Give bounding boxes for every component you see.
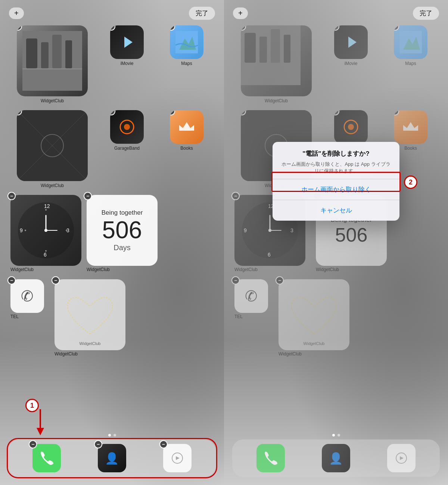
svg-rect-35: [271, 29, 280, 63]
minus-badge-books[interactable]: −: [170, 110, 175, 115]
tel-item[interactable]: − ✆ TEL: [10, 279, 44, 357]
books-icon: −: [170, 110, 203, 144]
svg-rect-1: [26, 38, 37, 68]
cancel-dialog-button[interactable]: キャンセル: [273, 200, 399, 221]
imovie-item[interactable]: − iMovie: [106, 25, 147, 103]
photos-dock-icon: 👤: [98, 444, 126, 472]
right-done-button[interactable]: 完了: [413, 7, 439, 20]
widgetclub2-large-icon: −: [17, 110, 88, 181]
maps-icon: −: [170, 25, 203, 59]
messages-icon-svg: [171, 451, 184, 465]
clock-widget-item[interactable]: − 12 3 6 9: [10, 195, 81, 273]
widgetclub-large-item[interactable]: − WidgetClub: [17, 25, 88, 103]
widgetclub-large-icon: −: [17, 25, 88, 96]
minus-badge-photos-dock[interactable]: −: [94, 440, 102, 448]
remove-from-homescreen-button[interactable]: ホーム画面から取り除く: [273, 179, 399, 200]
right-imovie: − iMovie: [330, 25, 371, 103]
svg-marker-29: [176, 456, 180, 460]
heart-widget: WidgetClub: [55, 279, 125, 350]
left-screen: + 完了 −: [0, 0, 224, 485]
days-widget-label: WidgetClub: [87, 267, 110, 272]
minus-badge-days[interactable]: −: [84, 192, 92, 200]
photos-dock-item[interactable]: − 👤: [98, 444, 126, 472]
right-add-button[interactable]: +: [233, 7, 248, 19]
garageband-icon: −: [110, 110, 144, 144]
svg-text:9: 9: [20, 227, 23, 233]
minus-badge-clock[interactable]: −: [7, 192, 16, 200]
minus-badge-messages-dock[interactable]: −: [159, 440, 168, 448]
widgetclub-bg-image: [22, 31, 82, 91]
dot-1: [108, 434, 111, 436]
svg-point-15: [124, 124, 130, 130]
widgetclub-large-label: WidgetClub: [41, 98, 64, 103]
svg-point-25: [45, 250, 47, 252]
dialog-title: "電話"を削除しますか?: [280, 149, 392, 158]
maps-graphic: [175, 31, 198, 53]
days-widget: Being together 506 Days: [87, 195, 158, 266]
books-graphic: [177, 118, 196, 136]
left-add-button[interactable]: +: [9, 7, 24, 19]
left-done-button[interactable]: 完了: [189, 7, 215, 20]
minus-badge-gb[interactable]: −: [110, 110, 115, 115]
phone-icon-svg: [39, 450, 55, 466]
svg-marker-6: [124, 37, 133, 48]
widgetclub2-large-label: WidgetClub: [41, 183, 64, 188]
svg-rect-34: [259, 37, 267, 63]
heart-widget-item[interactable]: − WidgetClub WidgetClub: [55, 279, 125, 357]
svg-rect-5: [22, 68, 82, 69]
svg-rect-33: [245, 33, 256, 63]
books-item[interactable]: − Books: [166, 110, 207, 188]
clock-widget: 12 3 6 9: [10, 195, 81, 266]
days-number: 506: [102, 218, 142, 242]
svg-rect-3: [52, 35, 62, 68]
svg-point-26: [25, 230, 26, 231]
minus-badge-imovie[interactable]: −: [110, 25, 115, 31]
svg-rect-2: [41, 42, 49, 68]
widgetclub2-large-item[interactable]: − WidgetClub: [17, 110, 88, 188]
messages-dock-item[interactable]: −: [163, 444, 192, 472]
tel-label: TEL: [10, 314, 19, 319]
svg-point-27: [66, 230, 67, 231]
delete-dialog: "電話"を削除しますか? ホーム画面から取り除くと、App は App ライブラ…: [273, 142, 399, 221]
dot-2: [113, 434, 116, 436]
svg-point-42: [348, 124, 354, 130]
clock-face-svg: 12 3 6 9: [16, 200, 76, 260]
minus-badge-tel[interactable]: −: [7, 276, 16, 285]
app-row-1: − WidgetClub: [7, 25, 217, 103]
clock-widget-label: WidgetClub: [10, 267, 34, 272]
dialog-container: "電話"を削除しますか? ホーム画面から取り除くと、App は App ライブラ…: [273, 142, 399, 221]
bottom-row: − ✆ TEL − WidgetClub WidgetClub: [7, 279, 217, 357]
minus-badge-heart[interactable]: −: [52, 276, 60, 285]
heart-widget-label: WidgetClub: [55, 351, 78, 357]
right-widgetclub-large: − WidgetClub: [241, 25, 312, 103]
left-app-grid: − WidgetClub: [7, 25, 217, 364]
days-widget-item[interactable]: − Being together 506 Days WidgetClub: [87, 195, 158, 273]
dialog-overlay: "電話"を削除しますか? ホーム画面から取り除くと、App は App ライブラ…: [224, 142, 448, 485]
imovie-icon: −: [110, 25, 144, 59]
svg-text:6: 6: [44, 252, 47, 258]
step2-badge: 2: [404, 175, 417, 189]
svg-text:12: 12: [44, 203, 50, 209]
widgetclub2-bg: [17, 110, 88, 181]
garageband-label: GarageBand: [114, 146, 140, 151]
step1-arrow: [33, 407, 48, 437]
left-top-bar: + 完了: [0, 7, 224, 20]
right-widgetclub-icon: −: [241, 25, 312, 96]
maps-item[interactable]: − Maps: [166, 25, 207, 103]
imovie-graphic: [118, 33, 136, 52]
garageband-item[interactable]: − GarageBand: [106, 110, 147, 188]
widget-row: − 12 3 6 9: [7, 195, 217, 273]
svg-marker-31: [37, 428, 44, 435]
messages-dock-icon: [163, 444, 192, 472]
svg-point-24: [45, 209, 47, 211]
garageband-graphic: [118, 118, 136, 136]
tel-icon: ✆: [10, 279, 44, 313]
heart-svg: [62, 293, 118, 341]
books-label: Books: [180, 146, 193, 151]
minus-badge-maps[interactable]: −: [170, 25, 175, 31]
svg-point-23: [44, 229, 47, 232]
phone-dock-item[interactable]: −: [32, 444, 61, 472]
right-maps: − Maps: [390, 25, 431, 103]
heart-widget-label-inner: WidgetClub: [80, 341, 101, 346]
svg-rect-4: [65, 40, 72, 68]
